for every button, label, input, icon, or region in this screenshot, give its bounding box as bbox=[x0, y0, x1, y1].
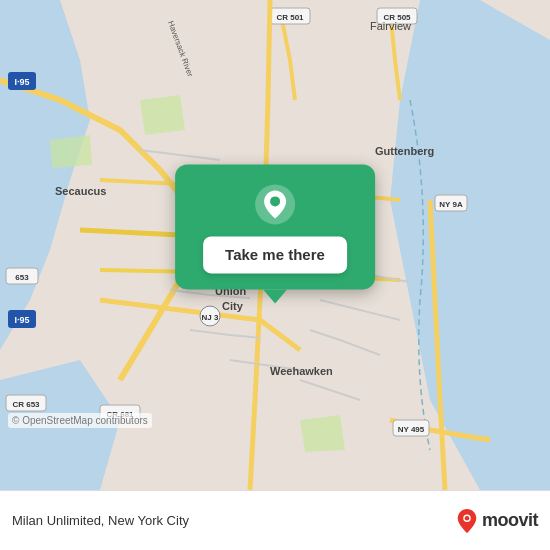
svg-text:CR 501: CR 501 bbox=[276, 13, 304, 22]
location-label: Milan Unlimited, New York City bbox=[12, 513, 456, 528]
location-pin-icon bbox=[253, 182, 297, 226]
svg-text:Weehawken: Weehawken bbox=[270, 365, 333, 377]
popup-card: Take me there bbox=[175, 164, 375, 289]
svg-text:Secaucus: Secaucus bbox=[55, 185, 106, 197]
svg-text:I·95: I·95 bbox=[14, 77, 29, 87]
bottom-bar: Milan Unlimited, New York City moovit bbox=[0, 490, 550, 550]
svg-point-31 bbox=[465, 515, 470, 520]
svg-text:NY 9A: NY 9A bbox=[439, 200, 463, 209]
popup-tail bbox=[263, 289, 287, 303]
take-me-there-button[interactable]: Take me there bbox=[203, 236, 347, 273]
svg-text:NJ 3: NJ 3 bbox=[202, 313, 219, 322]
location-popup: Take me there bbox=[175, 164, 375, 303]
svg-text:653: 653 bbox=[15, 273, 29, 282]
moovit-pin-icon bbox=[456, 508, 478, 534]
svg-text:Guttenberg: Guttenberg bbox=[375, 145, 434, 157]
svg-text:NY 495: NY 495 bbox=[398, 425, 425, 434]
svg-text:I·95: I·95 bbox=[14, 315, 29, 325]
moovit-logo: moovit bbox=[456, 508, 538, 534]
copyright-text: © OpenStreetMap contributors bbox=[8, 413, 152, 428]
map-container: I·95 I·95 NJ 3 CR 501 CR 505 NY 9A NY 49… bbox=[0, 0, 550, 490]
moovit-brand-name: moovit bbox=[482, 510, 538, 531]
svg-text:CR 653: CR 653 bbox=[12, 400, 40, 409]
svg-text:Fairview: Fairview bbox=[370, 20, 411, 32]
svg-point-29 bbox=[270, 196, 280, 206]
